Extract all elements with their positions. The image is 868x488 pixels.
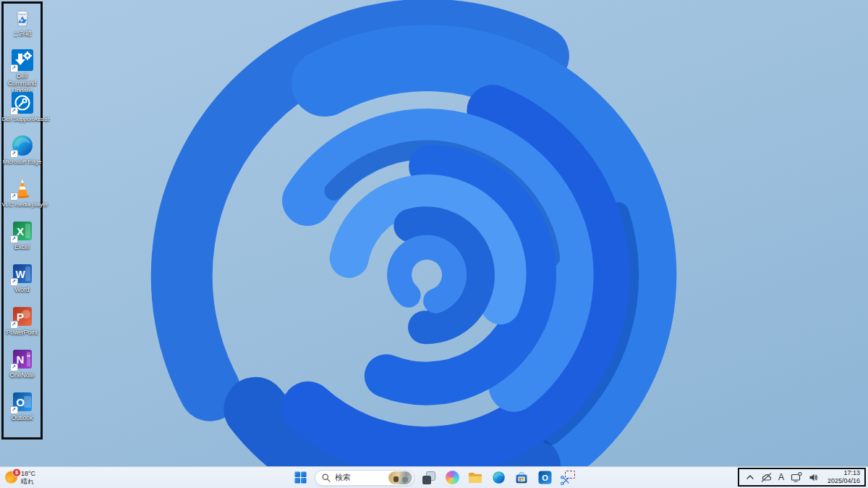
copilot-icon bbox=[446, 471, 459, 484]
excel-icon: X ↗ bbox=[11, 219, 34, 243]
svg-text:O: O bbox=[542, 474, 548, 482]
recycle-bin-icon bbox=[11, 6, 34, 29]
dell-supportassist-icon: ↗ bbox=[11, 91, 34, 114]
vlc-media-player-icon: ↗ bbox=[11, 177, 34, 200]
desktop-icon-label: ごみ箱 bbox=[13, 30, 32, 38]
shortcut-arrow-icon: ↗ bbox=[10, 193, 18, 201]
taskbar-center: 検索 bbox=[292, 469, 576, 487]
annotation-box-desktop-icons: ごみ箱 ↗ Dell Command Update ↗ bbox=[1, 1, 43, 439]
outlook-icon: O bbox=[538, 471, 552, 484]
shortcut-arrow-icon: ↗ bbox=[10, 278, 18, 286]
desktop-icon-label: VLC media player bbox=[2, 201, 43, 208]
desktop-icon-label: Excel bbox=[14, 244, 30, 251]
dell-command-update-icon: ↗ bbox=[11, 49, 34, 72]
search-highlight-image[interactable] bbox=[388, 471, 412, 484]
clock-time: 17:13 bbox=[843, 469, 860, 477]
desktop-wallpaper bbox=[0, 0, 868, 488]
desktop-icon-dell-command-update[interactable]: ↗ Dell Command Update bbox=[4, 49, 41, 91]
desktop-icon-label: PowerPoint bbox=[7, 329, 38, 337]
ethernet-icon bbox=[791, 472, 802, 482]
microsoft-store-icon bbox=[514, 471, 529, 484]
network-tray-button[interactable] bbox=[791, 472, 802, 482]
onedrive-tray-button[interactable] bbox=[761, 473, 772, 482]
file-explorer-icon bbox=[468, 471, 482, 484]
shortcut-arrow-icon: ↗ bbox=[10, 235, 18, 243]
desktop-icon-label: OneNote bbox=[9, 372, 34, 379]
search-box[interactable]: 検索 bbox=[315, 470, 414, 486]
speaker-icon bbox=[809, 473, 820, 482]
search-placeholder: 検索 bbox=[335, 472, 388, 483]
system-tray: A 17:13 2025/04/16 bbox=[738, 468, 866, 487]
chevron-up-icon bbox=[746, 474, 754, 480]
shortcut-arrow-icon: ↗ bbox=[10, 107, 18, 115]
copilot-button[interactable] bbox=[443, 469, 461, 487]
hidden-icons-chevron-button[interactable] bbox=[746, 474, 754, 480]
bloom-flower-graphic bbox=[0, 0, 868, 488]
shortcut-arrow-icon: ↗ bbox=[10, 150, 18, 158]
desktop-icon-recycle-bin[interactable]: ごみ箱 bbox=[4, 6, 41, 49]
snipping-tool-button[interactable] bbox=[559, 469, 576, 487]
desktop-icon-onenote[interactable]: N ↗ OneNote bbox=[4, 348, 41, 390]
taskbar: 8 18°C 晴れ 検索 bbox=[0, 466, 868, 488]
desktop-icon-label: Dell SupportAssist bbox=[2, 116, 43, 122]
shortcut-arrow-icon: ↗ bbox=[10, 321, 18, 329]
desktop-icon-excel[interactable]: X ↗ Excel bbox=[4, 219, 41, 262]
edge-icon bbox=[492, 471, 506, 484]
onenote-icon: N ↗ bbox=[11, 348, 34, 371]
desktop-icon-powerpoint[interactable]: P ↗ PowerPoint bbox=[4, 305, 41, 348]
outlook-icon: O ↗ bbox=[11, 390, 34, 413]
weather-widget[interactable]: 8 18°C 晴れ bbox=[5, 469, 35, 486]
word-icon: W ↗ bbox=[11, 262, 34, 285]
volume-tray-button[interactable] bbox=[809, 473, 820, 482]
shortcut-arrow-icon: ↗ bbox=[10, 406, 18, 414]
powerpoint-icon: P ↗ bbox=[11, 305, 34, 328]
weather-sun-icon: 8 bbox=[5, 471, 17, 484]
desktop-icon-dell-supportassist[interactable]: ↗ Dell SupportAssist bbox=[4, 91, 41, 134]
desktop-icon-label: Word bbox=[14, 287, 29, 294]
search-icon bbox=[322, 474, 331, 482]
shortcut-arrow-icon: ↗ bbox=[10, 64, 18, 72]
desktop-icon-vlc-media-player[interactable]: ↗ VLC media player bbox=[4, 177, 41, 219]
desktop-icon-label: Microsoft Edge bbox=[3, 159, 41, 165]
shortcut-arrow-icon: ↗ bbox=[10, 363, 18, 371]
desktop-icon-word[interactable]: W ↗ Word bbox=[4, 262, 41, 305]
clock[interactable]: 17:13 2025/04/16 bbox=[827, 469, 860, 486]
outlook-button[interactable]: O bbox=[536, 469, 553, 487]
desktop-icon-outlook[interactable]: O ↗ Outlook bbox=[4, 390, 41, 433]
edge-button[interactable] bbox=[490, 469, 507, 487]
desktop-icon-label: Outlook bbox=[12, 415, 33, 422]
weather-temperature: 18°C bbox=[21, 469, 35, 477]
ime-mode-button[interactable]: A bbox=[778, 472, 784, 482]
microsoft-edge-icon: ↗ bbox=[11, 134, 34, 157]
onedrive-slash-icon bbox=[761, 473, 772, 482]
desktop-icon-microsoft-edge[interactable]: ↗ Microsoft Edge bbox=[4, 134, 41, 177]
weather-badge: 8 bbox=[12, 468, 21, 477]
weather-condition: 晴れ bbox=[21, 478, 35, 486]
start-button[interactable] bbox=[292, 469, 309, 487]
task-view-button[interactable] bbox=[420, 469, 438, 487]
clock-date: 2025/04/16 bbox=[827, 477, 860, 485]
file-explorer-button[interactable] bbox=[467, 469, 484, 487]
windows-logo-icon bbox=[294, 471, 307, 484]
microsoft-store-button[interactable] bbox=[513, 469, 530, 487]
